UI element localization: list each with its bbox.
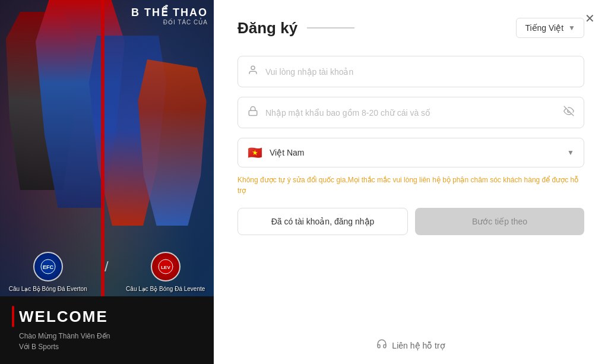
lock-icon	[248, 106, 258, 119]
form-title: Đăng ký	[238, 19, 297, 37]
club-everton: EFC Câu Lạc Bộ Bóng Đá Everton	[9, 252, 87, 293]
brand-sub: ĐỐI TÁC CỦA	[131, 19, 208, 26]
user-icon	[248, 65, 258, 78]
svg-text:LEV: LEV	[161, 265, 170, 270]
username-input-wrapper	[238, 56, 584, 87]
left-panel: B THỂ THAO ĐỐI TÁC CỦA EFC Câu Lạc Bộ Bó…	[0, 0, 214, 364]
next-button[interactable]: Bước tiếp theo	[415, 208, 584, 235]
form-title-group: Đăng ký	[238, 19, 354, 37]
login-button[interactable]: Đã có tài khoản, đăng nhập	[238, 208, 408, 235]
everton-name: Câu Lạc Bộ Bóng Đá Everton	[9, 285, 87, 293]
form-header: Đăng ký Tiếng Việt ▼	[238, 18, 584, 38]
welcome-red-bar	[12, 306, 14, 327]
welcome-section: WELCOME Chào Mừng Thành Viên Đến Với B S…	[0, 296, 214, 364]
svg-rect-5	[249, 110, 257, 115]
support-label: Liên hệ hỗ trợ	[392, 341, 445, 350]
eye-slash-icon[interactable]	[563, 106, 574, 119]
welcome-title: WELCOME	[19, 308, 108, 326]
country-warning-text: Không được tự ý sửa đổi quốc gia,Mọi thắ…	[238, 175, 584, 196]
support-link[interactable]: Liên hệ hỗ trợ	[238, 338, 584, 352]
levente-badge: LEV	[151, 252, 180, 281]
welcome-bar: WELCOME	[12, 306, 202, 327]
language-selector[interactable]: Tiếng Việt ▼	[516, 18, 584, 38]
close-button[interactable]: ✕	[581, 10, 598, 27]
password-input[interactable]	[265, 108, 556, 118]
levente-logo-icon: LEV	[157, 258, 175, 276]
brand-name: B THỂ THAO	[131, 6, 208, 19]
svg-text:EFC: EFC	[43, 264, 54, 270]
club-divider: /	[104, 252, 109, 293]
right-panel: ✕ Đăng ký Tiếng Việt ▼	[214, 0, 608, 364]
country-chevron-icon: ▼	[567, 148, 574, 157]
everton-logo-icon: EFC	[39, 258, 57, 276]
club-levente: LEV Câu Lạc Bộ Bóng Đá Levente	[126, 252, 205, 293]
welcome-sub: Chào Mừng Thành Viên Đến Với B Sports	[12, 331, 202, 352]
country-selector[interactable]: 🇻🇳 Việt Nam ▼	[238, 138, 584, 167]
action-buttons: Đã có tài khoản, đăng nhập Bước tiếp the…	[238, 208, 584, 235]
form-title-line	[307, 27, 354, 29]
welcome-sub-line2: Với B Sports	[19, 343, 59, 351]
language-label: Tiếng Việt	[525, 23, 563, 33]
chevron-down-icon: ▼	[568, 24, 575, 32]
welcome-sub-line1: Chào Mừng Thành Viên Đến	[19, 332, 110, 340]
clubs-area: EFC Câu Lạc Bộ Bóng Đá Everton / LEV Câu…	[0, 252, 214, 293]
top-brand: B THỂ THAO ĐỐI TÁC CỦA	[131, 6, 208, 26]
password-input-wrapper	[238, 97, 584, 128]
form-body: 🇻🇳 Việt Nam ▼ Không được tự ý sửa đổi qu…	[238, 56, 584, 331]
everton-badge: EFC	[33, 252, 63, 281]
svg-point-4	[251, 66, 255, 69]
levente-name: Câu Lạc Bộ Bóng Đá Levente	[126, 285, 205, 293]
headset-icon	[376, 338, 387, 352]
flag-icon: 🇻🇳	[248, 147, 262, 159]
country-name: Việt Nam	[270, 148, 560, 157]
username-input[interactable]	[265, 67, 574, 77]
